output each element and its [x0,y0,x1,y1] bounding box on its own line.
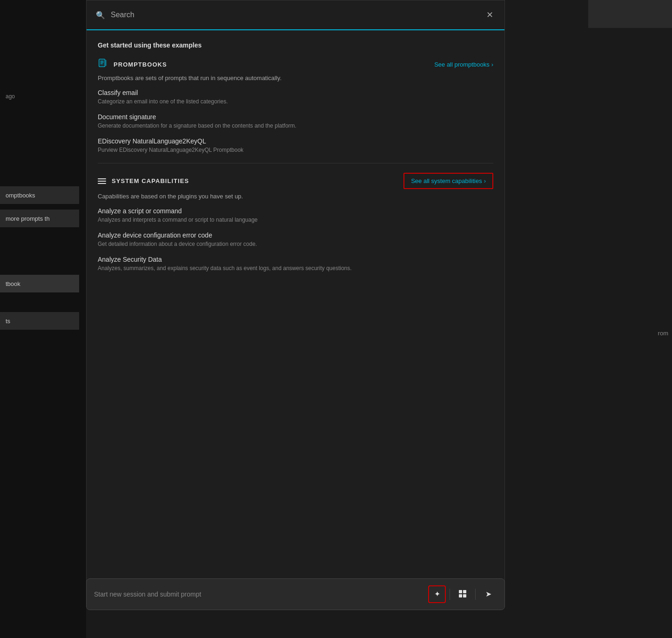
action-divider [450,589,450,600]
item-desc: Get detailed information about a device … [98,240,493,248]
system-capabilities-label: SYSTEM CAPABILITIES [112,177,189,184]
getting-started-title: Get started using these examples [98,41,493,49]
item-desc: Purview EDiscovery NaturalLanguage2KeyQL… [98,146,493,154]
section-divider [98,163,493,163]
close-button[interactable]: ✕ [484,9,495,21]
svg-rect-6 [459,590,462,593]
item-desc: Analyzes, summarizes, and explains secur… [98,265,493,272]
promptbooks-icon [98,58,108,71]
item-title: Analyze device configuration error code [98,231,493,239]
sidebar-ts-item[interactable]: ts [0,312,79,330]
svg-rect-7 [463,590,466,593]
see-all-promptbooks-link[interactable]: See all promptbooks › [434,61,493,68]
syscap-item-analyze-script[interactable]: Analyze a script or command Analyzes and… [98,207,493,224]
sparkle-icon: ✦ [434,590,440,598]
item-title: EDiscovery NaturalLanguage2KeyQL [98,137,493,145]
search-icon: 🔍 [96,11,105,20]
svg-rect-8 [459,594,462,597]
sidebar-tbook-item[interactable]: tbook [0,275,79,292]
syscap-item-device-config[interactable]: Analyze device configuration error code … [98,231,493,248]
right-partial-text: rom [654,326,672,340]
svg-rect-1 [100,59,105,67]
item-title: Analyze Security Data [98,256,493,263]
system-capabilities-header: SYSTEM CAPABILITIES See all system capab… [98,173,493,189]
prompt-input[interactable] [94,590,423,598]
grid-button[interactable] [454,585,471,603]
sparkle-button[interactable]: ✦ [428,585,446,603]
sidebar-promptbooks-item[interactable]: omptbooks [0,186,79,204]
sidebar-more-item[interactable]: more prompts th [0,210,79,227]
sidebar-more-label: more prompts th [6,215,50,222]
promptbooks-label: PROMPTBOOKS [114,61,167,68]
content-area: Get started using these examples PROMPTB… [87,30,504,582]
item-title: Document signature [98,113,493,121]
promptbook-item-ediscovery[interactable]: EDiscovery NaturalLanguage2KeyQL Purview… [98,137,493,154]
syscap-item-security-data[interactable]: Analyze Security Data Analyzes, summariz… [98,256,493,272]
grid-icon [458,590,467,599]
system-capabilities-icon [98,178,106,184]
chevron-right-icon: › [491,61,493,68]
sidebar-ago: ago [6,93,15,100]
top-right-decoration [588,0,672,28]
item-title: Analyze a script or command [98,207,493,215]
promptbooks-header: PROMPTBOOKS See all promptbooks › [98,58,493,71]
see-all-system-capabilities-link[interactable]: See all system capabilities › [403,173,493,189]
svg-rect-9 [463,594,466,597]
promptbooks-left: PROMPTBOOKS [98,58,167,71]
sidebar-promptbooks-label: omptbooks [6,192,35,199]
sidebar-tbook-label: tbook [6,280,20,287]
bottom-actions: ✦ ➤ [428,585,497,603]
item-desc: Generate documentation for a signature b… [98,122,493,130]
action-divider-2 [475,589,476,600]
svg-rect-5 [105,60,107,66]
promptbooks-description: Promptbooks are sets of prompts that run… [98,75,493,81]
send-icon: ➤ [485,590,491,598]
sidebar-ts-label: ts [6,318,10,325]
item-desc: Categorize an email into one of the list… [98,98,493,106]
promptbook-item-document-signature[interactable]: Document signature Generate documentatio… [98,113,493,130]
main-panel: 🔍 ✕ Get started using these examples [86,0,505,582]
item-desc: Analyzes and interprets a command or scr… [98,216,493,224]
chevron-right-icon: › [484,177,486,184]
send-button[interactable]: ➤ [479,585,497,603]
promptbook-item-classify-email[interactable]: Classify email Categorize an email into … [98,89,493,106]
bottom-input-bar: ✦ ➤ [86,578,505,610]
sys-cap-left: SYSTEM CAPABILITIES [98,177,189,184]
search-bar: 🔍 ✕ [87,0,504,30]
search-input[interactable] [111,11,479,19]
item-title: Classify email [98,89,493,96]
system-capabilities-description: Capabilities are based on the plugins yo… [98,193,493,200]
